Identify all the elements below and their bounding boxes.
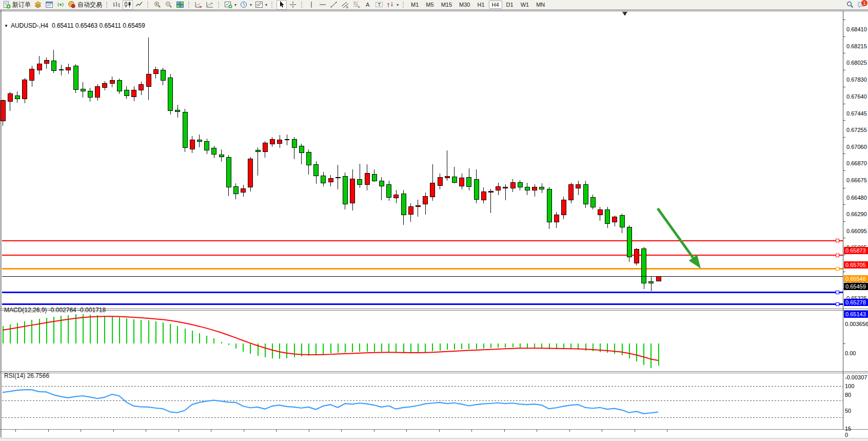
- timeframe-button-m30[interactable]: M30: [456, 1, 473, 9]
- dropdown-caret-icon[interactable]: ▾: [265, 3, 267, 7]
- timeframe-button-mn[interactable]: MN: [533, 1, 548, 9]
- autotrading-button[interactable]: 自动交易: [67, 1, 103, 9]
- candle-body: [583, 185, 588, 204]
- candle-body: [634, 250, 639, 263]
- auto-scroll-button[interactable]: [205, 1, 215, 9]
- periods-button[interactable]: ▾: [239, 1, 253, 9]
- templates-icon: [255, 1, 263, 9]
- vertical-line-button[interactable]: [306, 1, 317, 9]
- layers-button[interactable]: [33, 1, 43, 9]
- timeframe-button-m5[interactable]: M5: [423, 1, 437, 9]
- line-handle[interactable]: [836, 291, 839, 294]
- candle-body: [598, 209, 602, 215]
- timeframe-button-m15[interactable]: M15: [438, 1, 455, 9]
- timeframe-button-w1[interactable]: W1: [518, 1, 532, 9]
- candle-body: [474, 180, 479, 199]
- auto-scroll-icon: [206, 1, 214, 9]
- candle-body: [416, 206, 420, 207]
- toolbar-separator: [271, 2, 274, 8]
- equidistant-channel-button[interactable]: E: [340, 1, 350, 9]
- new-chart-icon: [224, 1, 232, 9]
- new-chart-button[interactable]: ▾: [223, 1, 238, 9]
- chart-area[interactable]: ▼AUDUSD-,H4 0.65411 0.65463 0.65411 0.65…: [0, 10, 868, 441]
- candle-body: [358, 180, 362, 185]
- search-button[interactable]: [845, 1, 855, 9]
- text-button[interactable]: A: [363, 1, 373, 9]
- chevron-down-icon[interactable]: ▼: [4, 24, 8, 28]
- line-handle[interactable]: [836, 254, 839, 257]
- chat-button[interactable]: 1: [856, 1, 866, 9]
- price-axis-label: 0.66095: [846, 228, 867, 234]
- candle-body: [226, 157, 231, 187]
- price-line-label: 0.65278: [844, 299, 868, 306]
- bar-chart-button[interactable]: [111, 1, 122, 9]
- chart-shift-button[interactable]: [193, 1, 204, 9]
- timeframe-button-h1[interactable]: H1: [474, 1, 487, 9]
- new-order-icon: [3, 1, 11, 9]
- tile-windows-button[interactable]: [175, 1, 185, 9]
- candle-body: [278, 140, 282, 143]
- arrows-button[interactable]: ▾: [385, 1, 400, 9]
- candle-body: [132, 90, 136, 97]
- price-axis-label: 0.67640: [846, 93, 867, 100]
- candle-body: [525, 187, 529, 190]
- price-axis-label: 0.68410: [846, 26, 867, 32]
- templates-button[interactable]: ▾: [254, 1, 268, 9]
- fibonacci-button[interactable]: F: [351, 1, 362, 9]
- zoom-out-button[interactable]: [164, 1, 174, 9]
- candle-body: [336, 177, 340, 178]
- dropdown-caret-icon[interactable]: ▾: [234, 3, 236, 7]
- candle-body: [37, 64, 42, 70]
- crosshair-button[interactable]: [288, 1, 298, 9]
- cursor-button[interactable]: [277, 0, 287, 10]
- price-axis-label: 0.68215: [846, 43, 867, 49]
- candle-body: [139, 85, 144, 90]
- svg-text:F: F: [358, 6, 360, 9]
- candle-body: [488, 191, 493, 193]
- signal-button[interactable]: [55, 1, 66, 9]
- candle-body: [161, 70, 165, 81]
- candle-body: [452, 177, 457, 183]
- candle-body: [532, 187, 537, 190]
- candle-body: [649, 281, 654, 283]
- price-line-label: 0.65705: [844, 261, 868, 269]
- horizontal-line-button[interactable]: [318, 1, 328, 9]
- zoom-in-button[interactable]: [152, 1, 163, 9]
- candle-body: [73, 66, 78, 90]
- trendline-button[interactable]: [329, 1, 339, 9]
- line-handle[interactable]: [836, 239, 839, 242]
- dropdown-caret-icon[interactable]: ▾: [250, 3, 252, 7]
- chart-window-icon: [45, 1, 53, 9]
- timeframe-button-m1[interactable]: M1: [408, 1, 422, 9]
- button-label: 自动交易: [77, 1, 102, 9]
- candle-body: [30, 69, 34, 81]
- chart-window-button[interactable]: [44, 1, 54, 9]
- new-order-button[interactable]: 新订单: [2, 1, 32, 9]
- candle-body: [496, 186, 501, 190]
- price-axis-label: 0.66675: [846, 177, 867, 183]
- candlestick-button[interactable]: [123, 0, 133, 10]
- timeframe-button-h4[interactable]: H4: [489, 1, 502, 9]
- toolbar-group-timeframes: M1M5M15M30H1H4D1W1MN: [407, 0, 548, 10]
- trend-arrow-annotation[interactable]: [658, 208, 693, 258]
- candle-body: [445, 176, 449, 178]
- chart-shift-marker[interactable]: [622, 12, 627, 16]
- text-label-button[interactable]: T: [374, 1, 384, 9]
- line-handle[interactable]: [836, 267, 839, 271]
- indicator-axis-label: 15: [845, 426, 851, 432]
- fibonacci-icon: F: [352, 1, 361, 9]
- candle-body: [576, 185, 581, 188]
- candle-body: [460, 178, 464, 186]
- cursor-icon: [278, 1, 286, 9]
- line-handle[interactable]: [836, 303, 839, 306]
- timeframe-button-d1[interactable]: D1: [503, 1, 517, 9]
- line-chart-button[interactable]: [134, 1, 144, 9]
- trend-arrow-head: [689, 255, 701, 269]
- svg-text:A: A: [366, 2, 370, 8]
- toolbar-group-draw: EFAT▾: [306, 0, 400, 10]
- candle-body: [124, 90, 129, 95]
- toolbar-separator: [147, 2, 150, 8]
- toolbar-group-trade: 新订单自动交易: [1, 0, 104, 10]
- dropdown-caret-icon[interactable]: ▾: [397, 3, 399, 7]
- candle-body: [365, 174, 369, 185]
